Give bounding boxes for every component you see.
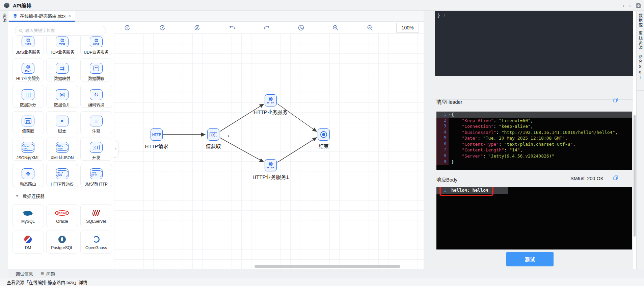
palette-item-label: 数据合并 (54, 102, 70, 108)
http-badge-icon: HTTP (151, 128, 163, 141)
palette-item[interactable]: 脚本 (46, 111, 78, 134)
palette-item[interactable]: ⋈数据合并 (46, 85, 78, 108)
line-number: 5 (436, 135, 449, 141)
canvas-grid[interactable] (114, 34, 424, 269)
palette-item-label: 数据映射 (54, 75, 70, 81)
test-button[interactable]: 测试 (506, 252, 554, 266)
palette-item[interactable]: ✥动态路由 (12, 164, 44, 187)
palette-item-icon: XML-Json (56, 142, 69, 153)
palette-item-icon: ✥ (22, 168, 34, 179)
layers-icon (12, 13, 18, 19)
palette-item-icon: (x) (22, 116, 34, 126)
palette-item[interactable]: **数据脱敏 (80, 58, 112, 81)
palette-item-label: 数据拆分 (20, 102, 36, 108)
palette-item[interactable]: HTTP-JMSHTTP转JMS (46, 164, 78, 187)
title-bar: API编排 ‹ › (0, 0, 644, 11)
right-rail-tab[interactable]: 命名Sql (637, 52, 644, 91)
zoom-in-icon[interactable] (332, 24, 339, 31)
zoom-out-icon[interactable] (366, 24, 374, 31)
connector-item[interactable]: OpenGauss (80, 231, 112, 254)
right-rail-tab-label: 命名Sql (638, 55, 643, 90)
value-get-icon: (x) (207, 128, 219, 141)
palette-item-label: 注释 (92, 128, 100, 134)
palette-item[interactable]: XML-JsonXML转JSON (46, 138, 78, 161)
palette-item-icon: ◫ (22, 89, 34, 100)
left-rail-tab-resources[interactable]: 资源 (1, 14, 7, 23)
tab-online-orchestration[interactable]: 在线编排-静态路由.bizx × (9, 11, 75, 22)
debug-result-panel: }7 响应Header ▾1{2 "Keep-Alive": "timeout=… (424, 11, 633, 269)
line-number: 8 (436, 153, 449, 159)
debug-run-icon[interactable] (159, 24, 166, 31)
copy-body-icon[interactable] (613, 175, 619, 181)
search-icon (19, 28, 23, 33)
debug-step-icon[interactable] (193, 24, 201, 31)
node-palette: JMSJMS业务服务TCPTCP业务服务UDPUDP业务服务HL7HL7业务服务… (8, 22, 114, 269)
dm-logo-icon (24, 236, 32, 243)
flow-canvas: 100% * HTTP HTTP请求 (x) 值获取 (114, 22, 424, 269)
nav-forward-icon[interactable]: › (629, 3, 631, 8)
node-label: 值获取 (186, 142, 240, 149)
node-label: HTTP请求 (130, 142, 184, 149)
flow-node-end[interactable]: 结束 (297, 128, 351, 149)
node-label: 结束 (297, 142, 351, 149)
connector-item[interactable]: SQLServer (80, 204, 112, 227)
code-line: 7 "Content-Length": "14", (436, 147, 632, 153)
palette-item[interactable]: ↻编码转换 (80, 85, 112, 108)
flow-node-value-get[interactable]: (x) 值获取 (186, 128, 240, 149)
palette-item[interactable]: ⇉数据映射 (46, 58, 78, 81)
palette-item[interactable]: { }开发 (80, 138, 112, 161)
bottom-tab-bar: 调试信息 ≣ 问题 (8, 269, 644, 278)
copy-header-icon[interactable] (613, 97, 619, 103)
palette-item[interactable]: (x)值获取 (12, 111, 44, 134)
code-line: 5 "Date": "Tue, 20 May 2025 12:18:08 GMT… (436, 135, 632, 141)
flow-node-http-service[interactable]: HTTP HTTP业务服务 (244, 94, 298, 115)
palette-collapse-handle[interactable]: ‹ (113, 140, 118, 158)
line-number: ▾1 (436, 112, 449, 118)
request-editor[interactable]: }7 (435, 11, 633, 76)
palette-search-strip (8, 22, 114, 37)
palette-item[interactable]: JMS-HTTPJMS转HTTP (80, 164, 112, 187)
response-body-viewer[interactable]: 1 hello4: hello4 (436, 187, 632, 249)
tab-debug-info[interactable]: 调试信息 (16, 270, 33, 277)
flow-node-http-service-1[interactable]: HTTP HTTP业务服务1 (244, 159, 298, 180)
connector-item[interactable]: MySQL (12, 204, 44, 227)
response-header-viewer[interactable]: ▾1{2 "Keep-Alive": "timeout=60",3 "Conne… (436, 112, 632, 170)
section-data-connectors[interactable]: ▾ 数据连接器 (8, 192, 114, 200)
nav-back-icon[interactable]: ‹ (623, 3, 624, 8)
palette-item[interactable]: ◫数据拆分 (12, 85, 44, 108)
section-collapse-icon[interactable]: ▾ (16, 194, 18, 198)
status-bar-text: 查看资源「在线编排-静态路由.bizx」详情 (7, 279, 87, 285)
right-rail-tab[interactable]: 离线资源 (637, 28, 644, 52)
palette-item[interactable]: HL7HL7业务服务 (12, 58, 44, 81)
debug-restart-icon[interactable] (124, 24, 131, 31)
palette-item[interactable]: ≡注释 (80, 111, 112, 134)
tab-close-icon[interactable]: × (68, 13, 71, 19)
globe-http-icon: HTTP (265, 159, 277, 171)
line-number: 9 (436, 159, 449, 165)
swap-icon[interactable] (297, 24, 305, 31)
palette-item[interactable]: Json-XMLJSON转XML (12, 138, 44, 161)
search-input[interactable] (25, 28, 102, 33)
flow-node-http-request[interactable]: HTTP HTTP请求 (130, 128, 184, 149)
canvas-horizontal-scrollbar[interactable] (254, 265, 400, 268)
palette-item-icon: UDP (90, 37, 103, 47)
connector-item[interactable]: ORACLEOracle (46, 204, 78, 227)
palette-item-icon (56, 116, 69, 126)
palette-item-label: 动态路由 (20, 181, 36, 187)
connector-item[interactable]: DM (12, 231, 44, 254)
redo-icon[interactable] (263, 24, 270, 31)
palette-item-icon: JMS-HTTP (90, 168, 103, 179)
response-body-title: 响应Body (436, 176, 457, 183)
palette-search[interactable] (15, 26, 106, 36)
tab-problems[interactable]: ≣ 问题 (41, 270, 55, 277)
response-status: Status: 200 OK (570, 176, 603, 181)
undo-icon[interactable] (229, 24, 236, 31)
zoom-level-display[interactable]: 100% (396, 23, 419, 33)
fold-caret-icon[interactable]: ▾ (449, 112, 451, 118)
code-line: 6 "Content-Type": "text/plain;charset=ut… (436, 141, 632, 147)
connector-item[interactable]: PostgreSQL (46, 231, 78, 254)
save-icon[interactable] (636, 3, 641, 8)
palette-item-label: UDP业务服务 (84, 49, 108, 55)
panel-vertical-scrollbar[interactable] (634, 115, 636, 237)
right-rail-tab[interactable]: 数据源 (637, 11, 644, 28)
